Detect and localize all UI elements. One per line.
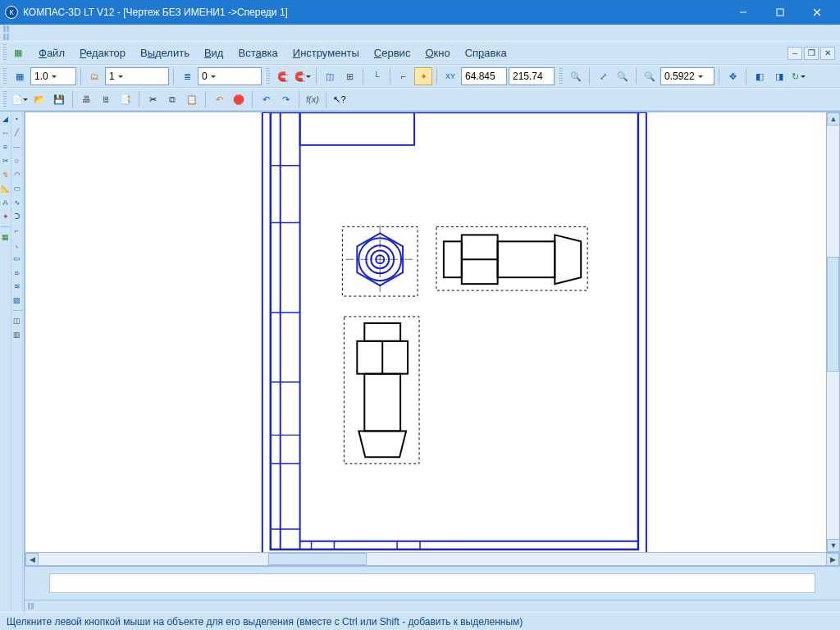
chevron-down-icon[interactable] [23,96,28,103]
redo-forward-icon[interactable]: ↷ [276,90,294,108]
zoom-combo[interactable]: 0.5922 [660,67,714,85]
xy-label-icon[interactable]: XY [441,67,459,85]
bezier-tool-icon[interactable]: Ɔ [12,211,22,222]
spline-tool-icon[interactable]: ∿ [12,197,22,208]
measure-panel-icon[interactable]: 📐 [1,183,11,194]
aux-line-tool-icon[interactable]: ╱ [12,127,22,139]
coord-x-field[interactable]: 64.845 [461,67,507,85]
paste-icon[interactable]: 📋 [183,90,201,108]
spec-panel-icon[interactable]: ▦ [1,231,11,243]
prev-view-icon[interactable]: ◧ [751,67,769,85]
redo-back-icon[interactable]: ↶ [257,90,275,108]
ortho-icon[interactable]: └ [368,67,386,85]
fillet-tool-icon[interactable]: ◟ [12,239,22,250]
menu-select[interactable]: Выделить [134,43,196,62]
param-mode-icon[interactable]: ◫ [321,67,339,85]
arc-tool-icon[interactable]: ◠ [12,169,22,180]
window-minimize-button[interactable] [724,0,761,25]
param-panel-icon[interactable]: ↯ [1,169,11,180]
drawing-canvas[interactable] [25,112,827,553]
grip-icon[interactable] [265,68,270,84]
extra-tool-1-icon[interactable]: ◫ [12,315,22,326]
grid-icon[interactable]: ▦ [11,67,29,85]
zoom-fit-icon[interactable]: ⤢ [594,67,612,85]
layer-combo[interactable]: 1 [105,67,169,85]
chevron-down-icon[interactable] [208,68,219,84]
zoom-realtime-icon[interactable]: 🔍 [641,67,659,85]
grip-icon[interactable] [558,68,563,84]
dimensions-panel-icon[interactable]: ↔ [1,127,11,139]
mdi-close-button[interactable]: ✕ [820,47,835,60]
scroll-down-button[interactable]: ▼ [827,539,840,552]
local-cs-icon[interactable]: ⌐ [395,67,413,85]
panel-handle-2[interactable] [3,34,6,40]
chevron-down-icon[interactable] [48,68,60,84]
layer-manager-icon[interactable]: 🗂 [85,67,103,85]
scale-combo[interactable]: 1.0 [30,67,76,85]
menu-service[interactable]: Сервис [368,43,418,62]
rect-tool-icon[interactable]: ▭ [12,253,22,264]
cancel-icon[interactable]: 🛑 [230,90,248,108]
cut-icon[interactable]: ✂ [144,90,162,108]
point-tool-icon[interactable]: • [12,113,22,125]
geometry-panel-icon[interactable]: ◢ [1,113,11,125]
print-icon[interactable]: 🖶 [77,90,95,108]
properties-icon[interactable]: ▦ [9,44,27,62]
menu-editor[interactable]: Редактор [73,43,132,62]
vertical-scrollbar[interactable]: ▲ ▼ [827,112,840,553]
gather-tool-icon[interactable]: ⎄ [12,267,22,278]
circle-tool-icon[interactable]: ○ [12,155,22,167]
fx-icon[interactable]: f(x) [304,90,322,108]
copy-icon[interactable]: ⧉ [163,90,181,108]
menu-tools[interactable]: Инструменты [286,43,366,62]
scroll-up-button[interactable]: ▲ [827,112,840,126]
extra-tool-2-icon[interactable]: ▥ [12,329,22,340]
pan-icon[interactable]: ✥ [724,67,742,85]
chamfer-tool-icon[interactable]: ⌐ [12,225,22,236]
equidist-tool-icon[interactable]: ≋ [12,281,22,292]
segment-tool-icon[interactable]: — [12,141,22,153]
hatch-tool-icon[interactable]: ▨ [12,294,22,306]
redraw-icon[interactable]: ↻ [790,67,808,85]
save-icon[interactable]: 💾 [50,90,68,108]
menu-window[interactable]: Окно [418,43,456,62]
zoom-window-icon[interactable]: 🔍 [567,67,585,85]
global-cs-icon[interactable]: ✦ [414,67,432,85]
chevron-down-icon[interactable] [115,68,126,84]
chevron-down-icon[interactable] [306,73,311,80]
new-document-icon[interactable]: 📄 [11,90,29,108]
property-input[interactable] [49,573,815,593]
menu-view[interactable]: Вид [198,43,231,62]
mdi-restore-button[interactable]: ❐ [804,47,819,60]
zoom-in-icon[interactable]: 🔍 [614,67,632,85]
scroll-right-button[interactable]: ▶ [826,553,839,566]
panel-handle[interactable] [28,603,30,609]
next-view-icon[interactable]: ◨ [770,67,788,85]
assoc-panel-icon[interactable]: ✦ [1,211,11,222]
mdi-minimize-button[interactable]: – [788,47,802,60]
menu-help[interactable]: Справка [459,43,514,62]
panel-handle[interactable] [3,25,6,32]
chevron-down-icon[interactable] [799,73,807,80]
scroll-left-button[interactable]: ◀ [25,553,39,566]
whats-this-icon[interactable]: ↖? [331,90,349,108]
round-toggle-icon[interactable]: ⊞ [340,67,358,85]
undo-icon[interactable]: ↶ [210,90,228,108]
window-close-button[interactable] [798,0,835,25]
grip-icon[interactable] [2,44,7,62]
ellipse-tool-icon[interactable]: ⬭ [12,183,22,194]
menu-insert[interactable]: Вставка [231,43,284,62]
state-combo[interactable]: 0 [198,67,262,85]
snap-toggle-icon[interactable]: 🧲 [274,67,292,85]
select-panel-icon[interactable]: A [1,197,11,208]
grip-icon[interactable] [2,68,7,84]
grip-icon[interactable] [2,91,7,107]
scroll-thumb[interactable] [827,257,839,372]
doc-settings-icon[interactable]: 📑 [116,90,135,108]
scroll-thumb[interactable] [268,553,367,565]
notation-panel-icon[interactable]: ≡ [1,141,11,153]
edit-panel-icon[interactable]: ✂ [1,155,11,167]
open-icon[interactable]: 📂 [30,90,48,108]
line-style-icon[interactable]: ≣ [178,67,196,85]
horizontal-scrollbar[interactable]: ◀ ▶ [25,553,840,566]
